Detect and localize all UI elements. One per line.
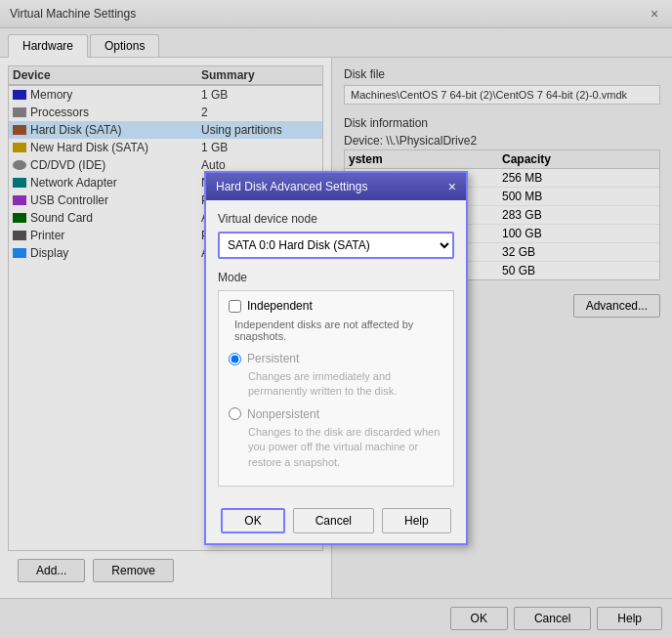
independent-checkbox-row: Independent: [229, 299, 443, 313]
modal-ok-button[interactable]: OK: [221, 508, 284, 533]
modal-body: Virtual device node SATA 0:0 Hard Disk (…: [206, 200, 466, 498]
persistent-radio[interactable]: [229, 353, 241, 365]
modal-help-button[interactable]: Help: [382, 508, 451, 533]
independent-label: Independent: [247, 299, 313, 313]
modal-overlay: Hard Disk Advanced Settings × Virtual de…: [0, 0, 672, 638]
nonpersistent-desc: Changes to the disk are discarded when y…: [248, 425, 443, 470]
mode-box: Independent Independent disks are not af…: [218, 290, 454, 487]
persistent-radio-row: Persistent: [229, 352, 443, 365]
nonpersistent-label: Nonpersistent: [247, 407, 319, 421]
independent-desc: Independent disks are not affected by sn…: [234, 319, 443, 342]
vd-node-select[interactable]: SATA 0:0 Hard Disk (SATA): [218, 232, 454, 259]
modal-title-bar: Hard Disk Advanced Settings ×: [206, 173, 466, 200]
vd-node-label: Virtual device node: [218, 212, 454, 226]
mode-label: Mode: [218, 271, 454, 284]
persistent-desc: Changes are immediately and permanently …: [248, 369, 443, 400]
modal-title-text: Hard Disk Advanced Settings: [216, 180, 367, 193]
modal-cancel-button[interactable]: Cancel: [293, 508, 374, 533]
nonpersistent-radio-row: Nonpersistent: [229, 407, 443, 421]
hard-disk-advanced-dialog: Hard Disk Advanced Settings × Virtual de…: [204, 171, 468, 545]
page-root: Virtual Machine Settings × Hardware Opti…: [0, 0, 672, 638]
independent-checkbox[interactable]: [229, 300, 241, 313]
nonpersistent-radio[interactable]: [229, 407, 241, 420]
modal-footer: OK Cancel Help: [206, 498, 466, 543]
persistent-label: Persistent: [247, 352, 299, 365]
modal-close-button[interactable]: ×: [448, 179, 456, 194]
